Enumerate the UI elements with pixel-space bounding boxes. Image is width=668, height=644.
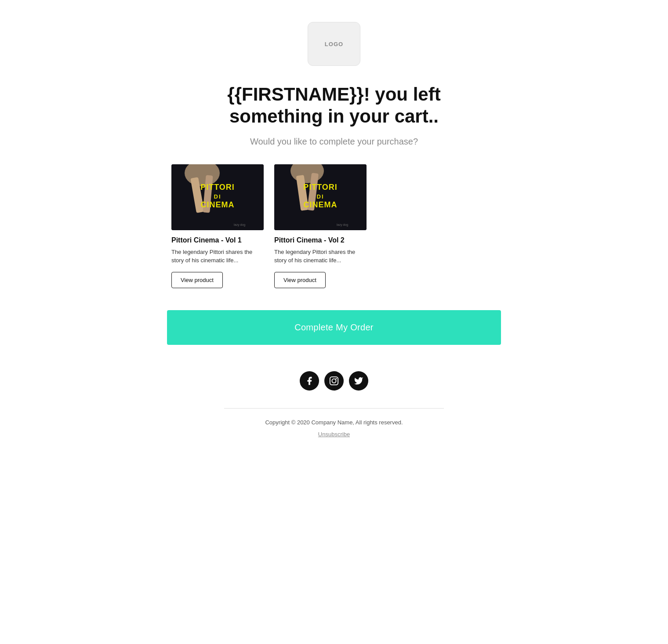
products-row: PITTORI DI CINEMA lazy dog Pittori Cinem… bbox=[167, 164, 501, 288]
view-product-button-vol2[interactable]: View product bbox=[274, 272, 326, 288]
product-title-vol2: Pittori Cinema - Vol 2 bbox=[274, 236, 367, 244]
unsubscribe-link[interactable]: Unsubscribe bbox=[318, 431, 350, 438]
svg-text:CINEMA: CINEMA bbox=[201, 200, 235, 209]
product-card-vol1: PITTORI DI CINEMA lazy dog Pittori Cinem… bbox=[171, 164, 264, 288]
svg-rect-16 bbox=[330, 377, 338, 385]
product-card-vol2: PITTORI DI CINEMA lazy dog Pittori Cinem… bbox=[274, 164, 367, 288]
page-wrapper: LOGO {{FIRSTNAME}}! you left something i… bbox=[167, 22, 501, 438]
svg-text:PITTORI: PITTORI bbox=[200, 183, 235, 192]
product-image-vol2: PITTORI DI CINEMA lazy dog bbox=[274, 164, 367, 230]
instagram-icon[interactable] bbox=[324, 371, 344, 391]
svg-text:DI: DI bbox=[214, 193, 221, 200]
logo-text: LOGO bbox=[325, 41, 343, 47]
copyright-text: Copyright © 2020 Company Name, All right… bbox=[265, 419, 403, 426]
svg-text:lazy dog: lazy dog bbox=[337, 223, 348, 227]
footer-divider bbox=[224, 408, 444, 409]
product-title-vol1: Pittori Cinema - Vol 1 bbox=[171, 236, 264, 244]
social-icons-row bbox=[300, 371, 368, 391]
product-desc-vol2: The legendary Pittori shares the story o… bbox=[274, 248, 367, 265]
facebook-icon[interactable] bbox=[300, 371, 319, 391]
logo-box: LOGO bbox=[308, 22, 360, 66]
sub-heading: Would you like to complete your purchase… bbox=[250, 137, 418, 147]
view-product-button-vol1[interactable]: View product bbox=[171, 272, 223, 288]
svg-text:PITTORI: PITTORI bbox=[303, 183, 338, 192]
product-image-vol1: PITTORI DI CINEMA lazy dog bbox=[171, 164, 264, 230]
twitter-icon[interactable] bbox=[349, 371, 368, 391]
main-heading: {{FIRSTNAME}}! you left something in you… bbox=[211, 83, 457, 128]
svg-text:lazy dog: lazy dog bbox=[234, 223, 245, 227]
svg-point-18 bbox=[336, 378, 337, 379]
svg-point-17 bbox=[332, 379, 336, 383]
complete-order-button[interactable]: Complete My Order bbox=[167, 310, 501, 345]
svg-text:CINEMA: CINEMA bbox=[304, 200, 338, 209]
product-desc-vol1: The legendary Pittori shares the story o… bbox=[171, 248, 264, 265]
svg-text:DI: DI bbox=[317, 193, 324, 200]
